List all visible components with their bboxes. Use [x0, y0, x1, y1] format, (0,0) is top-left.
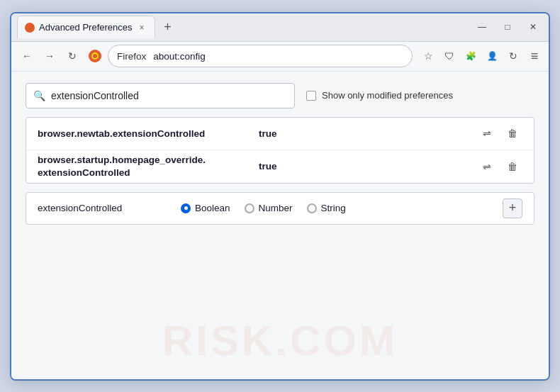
results-table: browser.newtab.extensionControlled true … [26, 117, 534, 184]
row-1-actions: ⇌ 🗑 [477, 123, 522, 143]
boolean-label: Boolean [195, 203, 230, 213]
toggle-button-1[interactable]: ⇌ [477, 123, 497, 143]
firefox-logo [88, 49, 102, 63]
url-display: about:config [153, 51, 206, 62]
show-modified-checkbox[interactable] [306, 91, 316, 101]
hamburger-icon: ≡ [531, 49, 539, 64]
string-radio[interactable] [307, 203, 317, 213]
browser-name-label: Firefox [117, 51, 146, 62]
search-icon: 🔍 [33, 90, 45, 101]
nav-bar: ← → ↻ Firefox about:config ☆ 🛡 🧩 👤 ↻ ≡ [11, 42, 549, 72]
nav-icons: ☆ 🛡 🧩 👤 ↻ ≡ [420, 47, 543, 65]
bookmark-icon[interactable]: ☆ [420, 47, 437, 65]
address-bar[interactable]: Firefox about:config [108, 45, 413, 67]
pref-name-2-line1: browser.startup.homepage_override. [38, 154, 250, 167]
show-modified-label[interactable]: Show only modified preferences [306, 90, 453, 101]
pocket-icon[interactable]: 🛡 [441, 47, 458, 65]
tab-close-button[interactable]: × [137, 21, 147, 34]
close-button[interactable]: ✕ [523, 20, 543, 34]
type-radio-group: Boolean Number String [181, 203, 494, 213]
number-radio[interactable] [245, 203, 254, 213]
extension-icon[interactable]: 🧩 [462, 47, 479, 65]
number-label: Number [259, 203, 293, 213]
row-2-actions: ⇌ 🗑 [477, 157, 522, 177]
search-box[interactable]: 🔍 [26, 83, 295, 108]
forward-button[interactable]: → [40, 46, 60, 66]
maximize-button[interactable]: □ [498, 20, 517, 34]
menu-icon[interactable]: ≡ [526, 47, 543, 65]
main-content: RISK.COM 🔍 Show only modified preference… [11, 72, 549, 379]
pref-name-2-line2: extensionControlled [38, 167, 250, 179]
pref-name-2: browser.startup.homepage_override. exten… [38, 154, 250, 179]
string-label: String [321, 203, 346, 213]
browser-tab[interactable]: Advanced Preferences × [17, 16, 155, 38]
profile-icon[interactable]: 👤 [483, 47, 500, 65]
sync-icon[interactable]: ↻ [505, 47, 522, 65]
refresh-button[interactable]: ↻ [62, 46, 82, 66]
boolean-radio[interactable] [181, 203, 191, 213]
add-preference-row: extensionControlled Boolean Number Strin… [26, 192, 534, 225]
pref-value-2: true [259, 161, 469, 172]
show-modified-text: Show only modified preferences [322, 90, 453, 101]
back-button[interactable]: ← [17, 46, 37, 66]
type-number[interactable]: Number [245, 203, 293, 213]
pref-name-1: browser.newtab.extensionControlled [38, 128, 250, 139]
table-row: browser.newtab.extensionControlled true … [26, 118, 534, 150]
new-tab-button[interactable]: + [158, 17, 178, 37]
toggle-button-2[interactable]: ⇌ [477, 157, 497, 177]
table-row: browser.startup.homepage_override. exten… [26, 150, 534, 183]
type-boolean[interactable]: Boolean [181, 203, 230, 213]
window-controls: — □ ✕ [472, 20, 543, 34]
browser-window: Advanced Preferences × + — □ ✕ ← → ↻ Fir… [10, 12, 550, 381]
minimize-button[interactable]: — [472, 20, 492, 34]
tab-favicon [25, 23, 35, 33]
new-pref-name: extensionControlled [38, 203, 172, 213]
tab-title: Advanced Preferences [39, 22, 133, 33]
search-input[interactable] [51, 90, 287, 101]
type-string[interactable]: String [307, 203, 346, 213]
delete-button-1[interactable]: 🗑 [503, 123, 522, 143]
delete-button-2[interactable]: 🗑 [503, 157, 522, 177]
svg-point-2 [93, 54, 97, 58]
add-plus-button[interactable]: + [503, 198, 522, 218]
pref-value-1: true [259, 128, 469, 139]
title-bar: Advanced Preferences × + — □ ✕ [11, 13, 549, 42]
search-row: 🔍 Show only modified preferences [26, 83, 534, 108]
watermark: RISK.COM [162, 316, 398, 365]
